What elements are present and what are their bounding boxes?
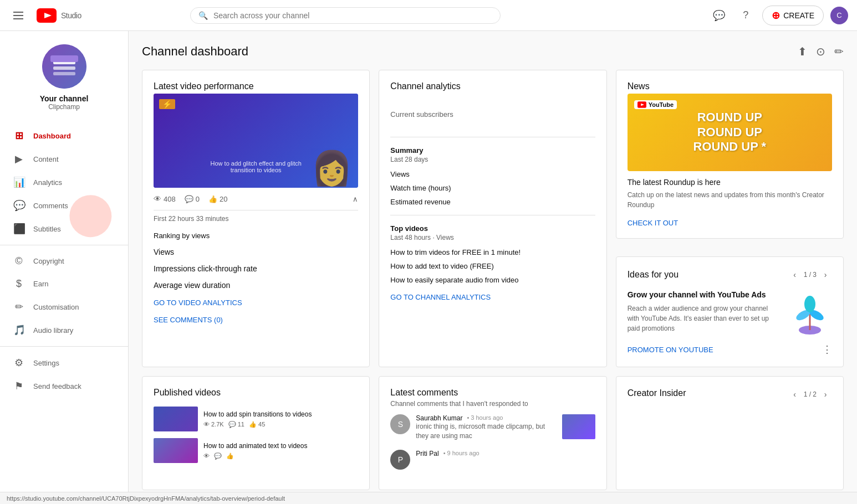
go-to-channel-analytics-link[interactable]: GO TO CHANNEL ANALYTICS bbox=[390, 293, 595, 301]
metric-ctr-label: Impressions click-through rate bbox=[154, 264, 257, 273]
sidebar-item-settings[interactable]: ⚙ Settings bbox=[0, 351, 128, 374]
upload-icon[interactable]: ⬆ bbox=[798, 45, 807, 58]
views-stat: 👁 408 bbox=[154, 194, 176, 203]
comment-text-1: ironic thing is, microsoft made clipcamp… bbox=[416, 422, 556, 441]
video-thumbnail[interactable]: Add glitch effect to videos! How to add … bbox=[154, 94, 358, 188]
comments-stat-icon: 💬 bbox=[185, 195, 193, 203]
hamburger-button[interactable] bbox=[9, 7, 28, 24]
svg-rect-5 bbox=[53, 72, 75, 75]
edit-icon[interactable]: ✏ bbox=[834, 45, 844, 58]
comment-2: P Priti Pal • 9 hours ago bbox=[390, 450, 595, 470]
top-video-2: How to add text to video (FREE) bbox=[390, 262, 595, 270]
sidebar-item-feedback[interactable]: ⚑ Send feedback bbox=[0, 374, 128, 398]
metric-avg: Average view duration bbox=[154, 281, 358, 290]
sidebar-divider-2 bbox=[0, 346, 128, 347]
top-video-1: How to trim videos for FREE in 1 minute! bbox=[390, 248, 595, 256]
main-content: Channel dashboard ⬆ ⊙ ✏ Latest video per… bbox=[129, 31, 857, 504]
pub-likes-icon-1: 👍 45 bbox=[249, 421, 265, 428]
comment-meta-1: Saurabh Kumar • 3 hours ago bbox=[416, 414, 556, 422]
idea-title: Grow your channel with YouTube Ads bbox=[628, 290, 781, 299]
messages-button[interactable]: 💬 bbox=[709, 6, 729, 25]
creator-insider-next-button[interactable]: › bbox=[819, 388, 832, 401]
metric-views: Views bbox=[154, 248, 358, 256]
sidebar-item-dashboard[interactable]: ⊞ Dashboard bbox=[0, 124, 128, 147]
sidebar-item-analytics[interactable]: 📊 Analytics bbox=[0, 171, 128, 194]
go-to-video-analytics-link[interactable]: GO TO VIDEO ANALYTICS bbox=[154, 299, 358, 307]
comment-meta-2: Priti Pal • 9 hours ago bbox=[416, 450, 595, 457]
right-column: News YouTube ROUND UPROUND UPROUND UP * … bbox=[616, 70, 844, 367]
news-image-text: ROUND UPROUND UPROUND UP * bbox=[693, 110, 767, 154]
ideas-footer: PROMOTE ON YOUTUBE ⋮ bbox=[628, 343, 832, 356]
ideas-header: Ideas for you ‹ 1 / 3 › bbox=[628, 268, 832, 281]
creator-insider-prev-button[interactable]: ‹ bbox=[788, 388, 802, 401]
promote-on-youtube-link[interactable]: PROMOTE ON YOUTUBE bbox=[628, 346, 713, 354]
analytics-divider-1 bbox=[390, 137, 595, 137]
bottom-row: Published videos How to add spin transit… bbox=[142, 376, 844, 490]
news-image: YouTube ROUND UPROUND UPROUND UP * bbox=[628, 94, 832, 171]
pub-video-thumb-2[interactable] bbox=[154, 438, 198, 463]
comment-time-1: • 3 hours ago bbox=[467, 414, 503, 421]
dashboard-icon: ⊞ bbox=[13, 130, 24, 142]
ideas-next-button[interactable]: › bbox=[819, 268, 832, 281]
create-button[interactable]: ⊕ CREATE bbox=[762, 6, 824, 25]
summary-title: Summary bbox=[390, 146, 595, 155]
customisation-icon: ✏ bbox=[13, 301, 24, 313]
pub-video-title-1: How to add spin transitions to videos bbox=[203, 410, 358, 419]
create-label: CREATE bbox=[783, 11, 814, 20]
pub-views-icon-1: 👁 2.7K bbox=[203, 421, 224, 428]
sidebar: Your channel Clipchamp ⊞ Dashboard ▶ Con… bbox=[0, 31, 129, 504]
sidebar-item-subtitles[interactable]: ⬛ Subtitles bbox=[0, 217, 128, 240]
messages-icon: 💬 bbox=[713, 9, 725, 22]
app-header: Studio 🔍 💬 ? ⊕ CREATE C bbox=[0, 0, 857, 31]
views-value: 408 bbox=[164, 195, 176, 203]
creator-insider-nav: ‹ 1 / 2 › bbox=[788, 388, 832, 401]
expand-icon[interactable]: ∧ bbox=[353, 195, 358, 203]
sidebar-item-customisation[interactable]: ✏ Customisation bbox=[0, 295, 128, 318]
top-videos-section: Top videos Last 48 hours · Views How to … bbox=[390, 224, 595, 284]
news-card: News YouTube ROUND UPROUND UPROUND UP * … bbox=[616, 70, 844, 239]
published-video-2: How to add animated text to videos 👁 💬 👍 bbox=[154, 438, 358, 463]
top-videos-title: Top videos bbox=[390, 224, 595, 233]
help-button[interactable]: ? bbox=[736, 6, 756, 25]
svg-rect-4 bbox=[53, 66, 75, 70]
sidebar-item-copyright[interactable]: © Copyright bbox=[0, 250, 128, 272]
pub-video-stats-2: 👁 💬 👍 bbox=[203, 452, 358, 460]
news-article-desc: Catch up on the latest news and updates … bbox=[628, 190, 832, 210]
plant-icon bbox=[788, 290, 832, 335]
ideas-page-indicator: 1 / 3 bbox=[804, 271, 817, 279]
user-avatar[interactable]: C bbox=[830, 7, 848, 24]
published-videos-card: Published videos How to add spin transit… bbox=[142, 376, 370, 490]
sidebar-item-content[interactable]: ▶ Content bbox=[0, 147, 128, 171]
creator-insider-page: 1 / 2 bbox=[804, 390, 817, 398]
channel-avatar[interactable] bbox=[42, 44, 86, 89]
sidebar-item-earn[interactable]: $ Earn bbox=[0, 272, 128, 295]
broadcast-icon[interactable]: ⊙ bbox=[816, 45, 825, 58]
app-container: Your channel Clipchamp ⊞ Dashboard ▶ Con… bbox=[0, 31, 857, 504]
video-stats: 👁 408 💬 0 👍 20 ∧ bbox=[154, 194, 358, 203]
published-video-1: How to add spin transitions to videos 👁 … bbox=[154, 407, 358, 431]
sidebar-item-audio-library[interactable]: 🎵 Audio library bbox=[0, 318, 128, 342]
news-title: News bbox=[628, 81, 832, 91]
metric-revenue: Estimated revenue bbox=[390, 198, 595, 206]
search-input[interactable] bbox=[213, 11, 492, 20]
check-it-out-link[interactable]: CHECK IT OUT bbox=[628, 219, 832, 227]
comment-body-2: Priti Pal • 9 hours ago bbox=[416, 450, 595, 457]
sidebar-item-comments[interactable]: 💬 Comments bbox=[0, 194, 128, 217]
metric-ranking-label: Ranking by views bbox=[154, 232, 210, 240]
settings-icon: ⚙ bbox=[13, 357, 24, 369]
top-video-list: How to trim videos for FREE in 1 minute!… bbox=[390, 248, 595, 284]
see-comments-link[interactable]: SEE COMMENTS (0) bbox=[154, 316, 358, 324]
youtube-logo-icon bbox=[37, 8, 57, 23]
svg-point-13 bbox=[804, 296, 815, 312]
idea-illustration bbox=[788, 290, 832, 335]
ideas-prev-button[interactable]: ‹ bbox=[788, 268, 802, 281]
pub-video-thumb-1[interactable] bbox=[154, 407, 198, 431]
studio-label: Studio bbox=[61, 11, 81, 20]
comment-author-1: Saurabh Kumar bbox=[416, 414, 462, 422]
audio-library-icon: 🎵 bbox=[13, 324, 24, 336]
channel-avatar-icon bbox=[42, 44, 86, 89]
search-box[interactable]: 🔍 bbox=[190, 7, 501, 24]
video-card-divider bbox=[154, 210, 358, 210]
pub-likes-icon-2: 👍 bbox=[226, 452, 234, 460]
ideas-more-button[interactable]: ⋮ bbox=[822, 343, 832, 356]
